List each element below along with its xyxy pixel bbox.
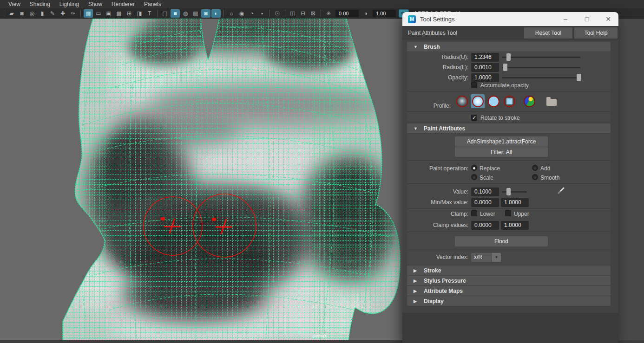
accumulate-opacity-checkbox[interactable] [471, 82, 477, 88]
minimize-icon[interactable]: – [561, 15, 570, 23]
clamp-min-field[interactable]: 0.0000 [471, 221, 499, 230]
window-footer [402, 313, 618, 343]
occlusion-icon[interactable]: ☼ [227, 9, 236, 18]
menu-renderer[interactable]: Renderer [107, 1, 139, 7]
replace-radio[interactable] [471, 165, 477, 171]
smooth-label: Smooth [540, 175, 559, 181]
menu-shading[interactable]: Shading [25, 1, 55, 7]
camera-icon[interactable]: ▰ [7, 9, 16, 18]
value-label: Value: [453, 188, 468, 195]
radius-u-field[interactable]: 1.2346 [471, 53, 499, 62]
chevron-right-icon: ▶ [414, 289, 424, 293]
clamp-upper-checkbox[interactable] [505, 210, 511, 216]
solid-profile-button[interactable] [486, 94, 500, 108]
menu-lighting[interactable]: Lighting [55, 1, 84, 7]
camera-settings-icon[interactable]: ◎ [27, 9, 37, 18]
motion-blur-icon[interactable]: ◉ [237, 9, 246, 18]
wireframe-on-shaded-icon[interactable]: ◍ [181, 9, 190, 18]
gamma-icon[interactable]: ◑ [361, 9, 370, 18]
gate-mask-icon[interactable]: ▩ [114, 9, 124, 18]
brush-marker-right [212, 218, 216, 221]
chevron-down-icon[interactable]: ▼ [492, 253, 501, 262]
gamma-value-field[interactable]: 1.00 [373, 10, 396, 17]
section-display[interactable]: ▶Display [407, 296, 611, 306]
tear-off-copy-icon[interactable]: ⊠ [309, 9, 318, 18]
exposure-icon[interactable]: ✳ [324, 9, 333, 18]
menu-show[interactable]: Show [84, 1, 107, 7]
close-icon[interactable]: ✕ [604, 15, 613, 23]
radius-l-field[interactable]: 0.0010 [471, 63, 499, 72]
menu-view[interactable]: View [4, 1, 25, 7]
tool-header-row: Paint Attributes Tool Reset Tool Tool He… [402, 26, 618, 40]
grid-icon[interactable]: ▦ [84, 9, 93, 18]
clamp-max-field[interactable]: 1.0000 [501, 221, 529, 230]
chevron-down-icon: ▼ [414, 126, 424, 131]
value-field[interactable]: 0.1000 [471, 188, 499, 196]
film-gate-icon[interactable]: ▭ [94, 9, 103, 18]
exposure-value-field[interactable]: 0.00 [335, 10, 359, 17]
depth-of-field-icon[interactable]: ▪ [257, 9, 267, 18]
paint-attributes-section-label: Paint Attributes [424, 125, 465, 132]
paint-attributes-section-header[interactable]: ▼ Paint Attributes [407, 123, 611, 133]
image-profile-button[interactable] [522, 94, 536, 108]
camera-lock-icon[interactable]: ◙ [17, 9, 26, 18]
menu-panels[interactable]: Panels [139, 1, 166, 7]
bookmark-icon[interactable]: ▮ [38, 9, 47, 18]
brush-section-header[interactable]: ▼ Brush [407, 42, 611, 52]
camera-pivot-icon[interactable]: ✚ [58, 9, 67, 18]
window-titlebar[interactable]: M Tool Settings – □ ✕ [402, 12, 618, 26]
clamp-label: Clamp: [451, 211, 468, 217]
brush-section-label: Brush [424, 44, 440, 50]
radius-u-slider[interactable] [502, 53, 580, 62]
reset-tool-button[interactable]: Reset Tool [524, 27, 572, 39]
radius-l-slider[interactable] [502, 63, 580, 72]
section-attribute-maps[interactable]: ▶Attribute Maps [407, 286, 611, 296]
scale-label: Scale [480, 175, 493, 181]
isolate-select-icon[interactable]: ⊡ [273, 9, 282, 18]
pane-layout-1-icon[interactable]: ◫ [288, 9, 297, 18]
use-all-lights-icon[interactable]: ◙ [201, 9, 210, 18]
shaded-mode-icon[interactable]: ■ [171, 9, 180, 18]
rotate-to-stroke-checkbox[interactable]: ✓ [471, 115, 477, 121]
filter-button[interactable]: Filter: All [455, 147, 548, 157]
soft-profile-button[interactable] [471, 94, 485, 108]
viewport-canvas[interactable]: persp [0, 19, 402, 340]
chevron-right-icon: ▶ [414, 299, 424, 304]
opacity-field[interactable]: 1.0000 [471, 73, 499, 82]
anti-alias-icon[interactable]: ◔ [247, 9, 256, 18]
section-stylus-pressure[interactable]: ▶Stylus Pressure [407, 276, 611, 285]
tool-settings-window: M Tool Settings – □ ✕ Paint Attributes T… [402, 12, 618, 343]
grease-pencil-icon[interactable]: ✎ [48, 9, 57, 18]
flood-button[interactable]: Flood [455, 236, 548, 246]
square-profile-button[interactable] [502, 94, 516, 108]
tool-help-button[interactable]: Tool Help [574, 27, 618, 39]
hud-icon[interactable]: T [145, 9, 154, 18]
resolution-gate-icon[interactable]: ▣ [104, 9, 113, 18]
section-stroke[interactable]: ▶Stroke [407, 265, 611, 275]
image-plane-icon[interactable]: ◨ [135, 9, 144, 18]
pane-layout-2-icon[interactable]: ⊟ [298, 9, 308, 18]
shadows-icon[interactable]: ◐ [211, 9, 221, 18]
field-chart-icon[interactable]: ⊞ [125, 9, 134, 18]
maximize-icon[interactable]: □ [582, 15, 591, 23]
replace-label: Replace [480, 165, 500, 172]
value-slider[interactable] [502, 188, 527, 196]
vector-index-dropdown[interactable]: x/R [471, 253, 492, 262]
gaussian-profile-button[interactable] [455, 94, 469, 108]
stroke-tool-icon[interactable]: ✑ [68, 9, 78, 18]
soft-profile-icon [472, 96, 484, 107]
browse-profile-button[interactable] [545, 94, 559, 108]
max-value-field[interactable]: 1.0000 [501, 198, 529, 207]
smooth-radio[interactable] [532, 174, 538, 180]
attribute-select-button[interactable]: AdnSimshape1.attractForce [455, 136, 548, 147]
scale-radio[interactable] [471, 174, 477, 180]
clamp-lower-checkbox[interactable] [471, 210, 477, 216]
add-radio[interactable] [532, 165, 538, 171]
wireframe-mode-icon[interactable]: ▢ [160, 9, 170, 18]
eyedropper-icon[interactable] [557, 186, 566, 195]
textured-mode-icon[interactable]: ▨ [191, 9, 200, 18]
viewport[interactable]: persp [0, 19, 402, 340]
opacity-slider[interactable] [502, 73, 580, 82]
min-value-field[interactable]: 0.0000 [471, 198, 499, 207]
toolbar-divider [80, 10, 81, 17]
